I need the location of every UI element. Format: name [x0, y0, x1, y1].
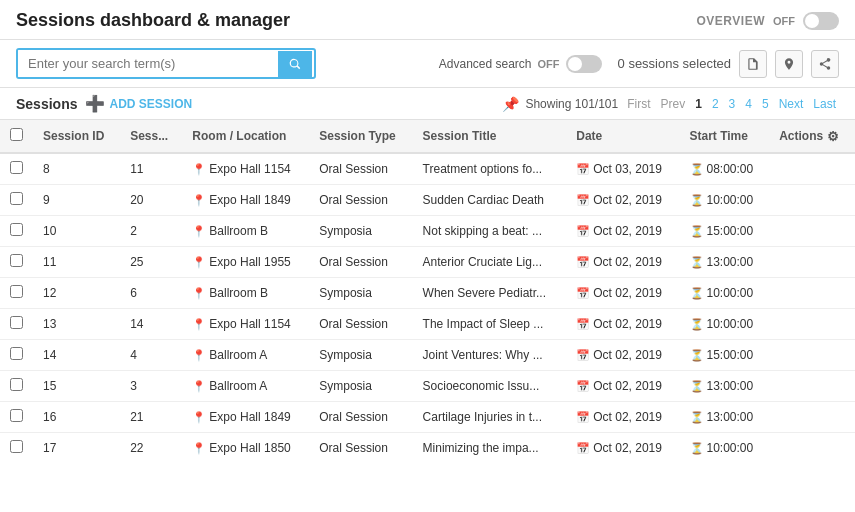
row-time: ⏳10:00:00 [680, 309, 770, 340]
row-room: 📍Expo Hall 1154 [182, 309, 309, 340]
pagination-page-3[interactable]: 3 [726, 96, 739, 112]
table-row: 11 25 📍Expo Hall 1955 Oral Session Anter… [0, 247, 855, 278]
row-actions [769, 433, 855, 463]
sessions-left: Sessions ➕ ADD SESSION [16, 94, 192, 113]
location-icon: 📍 [192, 349, 206, 361]
search-right: Advanced search OFF 0 sessions selected [439, 50, 839, 78]
location-icon: 📍 [192, 318, 206, 330]
pagination-page-1[interactable]: 1 [692, 96, 705, 112]
row-checkbox[interactable] [10, 223, 23, 236]
row-checkbox-cell[interactable] [0, 402, 33, 433]
row-actions [769, 185, 855, 216]
row-session-id: 12 [33, 278, 120, 309]
row-checkbox-cell[interactable] [0, 216, 33, 247]
row-time: ⏳08:00:00 [680, 153, 770, 185]
row-session-id: 16 [33, 402, 120, 433]
pagination: First Prev 1 2 3 4 5 Next Last [624, 96, 839, 112]
table-wrap: Session ID Sess... Room / Location Sessi… [0, 120, 855, 462]
pagination-page-5[interactable]: 5 [759, 96, 772, 112]
calendar-icon: 📅 [576, 287, 590, 299]
col-sess: Sess... [120, 120, 182, 153]
row-checkbox[interactable] [10, 409, 23, 422]
clock-icon: ⏳ [690, 442, 704, 454]
row-session-id: 8 [33, 153, 120, 185]
add-session-label: ADD SESSION [109, 97, 192, 111]
sessions-label: Sessions [16, 96, 77, 112]
share-icon [818, 57, 832, 71]
row-sess: 3 [120, 371, 182, 402]
export-csv-button[interactable] [739, 50, 767, 78]
header: Sessions dashboard & manager OVERVIEW OF… [0, 0, 855, 40]
row-room: 📍Ballroom A [182, 371, 309, 402]
row-checkbox[interactable] [10, 440, 23, 453]
location-button[interactable] [775, 50, 803, 78]
row-date: 📅Oct 02, 2019 [566, 309, 679, 340]
pagination-page-4[interactable]: 4 [742, 96, 755, 112]
row-room: 📍Expo Hall 1850 [182, 433, 309, 463]
advanced-search-toggle[interactable] [566, 55, 602, 73]
row-date: 📅Oct 02, 2019 [566, 247, 679, 278]
row-checkbox[interactable] [10, 316, 23, 329]
pagination-page-2[interactable]: 2 [709, 96, 722, 112]
row-checkbox[interactable] [10, 254, 23, 267]
pin-icon: 📌 [502, 96, 519, 112]
pagination-prev[interactable]: Prev [658, 96, 689, 112]
row-checkbox[interactable] [10, 192, 23, 205]
pagination-last[interactable]: Last [810, 96, 839, 112]
share-button[interactable] [811, 50, 839, 78]
row-checkbox-cell[interactable] [0, 247, 33, 278]
row-checkbox-cell[interactable] [0, 278, 33, 309]
row-date: 📅Oct 02, 2019 [566, 278, 679, 309]
advanced-search-state: OFF [538, 58, 560, 70]
row-checkbox-cell[interactable] [0, 309, 33, 340]
row-actions [769, 402, 855, 433]
sessions-selected-count: 0 sessions selected [618, 56, 731, 71]
row-sess: 6 [120, 278, 182, 309]
row-date: 📅Oct 02, 2019 [566, 340, 679, 371]
row-date: 📅Oct 02, 2019 [566, 433, 679, 463]
row-checkbox[interactable] [10, 161, 23, 174]
select-all-checkbox[interactable] [10, 128, 23, 141]
overview-toggle[interactable] [803, 12, 839, 30]
row-checkbox-cell[interactable] [0, 371, 33, 402]
col-room: Room / Location [182, 120, 309, 153]
row-sess: 2 [120, 216, 182, 247]
col-date: Date [566, 120, 679, 153]
actions-gear-icon[interactable]: ⚙ [827, 129, 839, 144]
overview-state: OFF [773, 15, 795, 27]
row-time: ⏳13:00:00 [680, 371, 770, 402]
row-type: Oral Session [309, 185, 412, 216]
row-actions [769, 371, 855, 402]
location-icon: 📍 [192, 194, 206, 206]
row-actions [769, 153, 855, 185]
sessions-toolbar: Sessions ➕ ADD SESSION 📌 Showing 101/101… [0, 88, 855, 120]
sessions-right: 📌 Showing 101/101 First Prev 1 2 3 4 5 N… [502, 96, 839, 112]
row-room: 📍Ballroom B [182, 216, 309, 247]
row-checkbox[interactable] [10, 378, 23, 391]
row-room: 📍Expo Hall 1849 [182, 185, 309, 216]
row-date: 📅Oct 02, 2019 [566, 185, 679, 216]
pagination-first[interactable]: First [624, 96, 653, 112]
row-checkbox[interactable] [10, 347, 23, 360]
row-title: Cartilage Injuries in t... [413, 402, 567, 433]
row-checkbox-cell[interactable] [0, 340, 33, 371]
col-title: Session Title [413, 120, 567, 153]
row-checkbox-cell[interactable] [0, 153, 33, 185]
row-checkbox-cell[interactable] [0, 433, 33, 463]
row-type: Oral Session [309, 247, 412, 278]
row-session-id: 14 [33, 340, 120, 371]
search-input[interactable] [18, 50, 278, 77]
row-date: 📅Oct 02, 2019 [566, 216, 679, 247]
table-row: 9 20 📍Expo Hall 1849 Oral Session Sudden… [0, 185, 855, 216]
table-row: 12 6 📍Ballroom B Symposia When Severe Pe… [0, 278, 855, 309]
row-session-id: 10 [33, 216, 120, 247]
clock-icon: ⏳ [690, 380, 704, 392]
search-button[interactable] [278, 51, 312, 77]
row-checkbox-cell[interactable] [0, 185, 33, 216]
row-date: 📅Oct 02, 2019 [566, 402, 679, 433]
select-all-header[interactable] [0, 120, 33, 153]
pagination-next[interactable]: Next [776, 96, 807, 112]
row-checkbox[interactable] [10, 285, 23, 298]
table-row: 15 3 📍Ballroom A Symposia Socioeconomic … [0, 371, 855, 402]
add-session-button[interactable]: ➕ ADD SESSION [85, 94, 192, 113]
